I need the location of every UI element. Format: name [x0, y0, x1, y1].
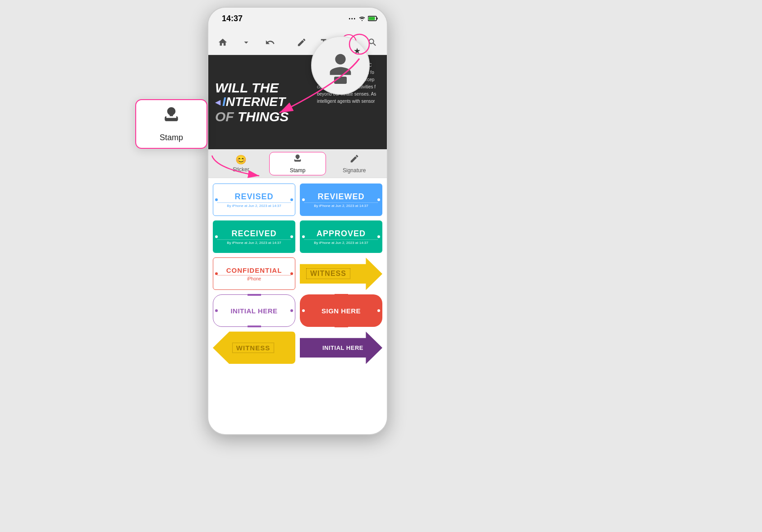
stamp-popup: Stamp — [135, 99, 207, 149]
wifi-icon — [358, 15, 366, 23]
stamp-initial-arrow[interactable]: INITIAL HERE — [300, 331, 382, 364]
stamp-revised-label: REVISED — [217, 192, 291, 203]
stamp-approved-label: APPROVED — [304, 229, 378, 240]
stamp-initial-arrow-label: INITIAL HERE — [322, 344, 363, 351]
stamp-tab-icon — [293, 154, 303, 166]
doc-title-line3: OF THINGS — [215, 109, 306, 124]
dot-left — [215, 309, 218, 312]
battery-icon — [368, 15, 378, 23]
sticker-icon: 😊 — [235, 154, 247, 165]
avatar-stamp-base — [334, 77, 347, 84]
bar-bottom — [248, 326, 261, 327]
stamp-popup-icon — [161, 105, 181, 129]
dot-right — [290, 235, 293, 238]
bar-bottom — [335, 326, 348, 327]
dot-right — [377, 309, 380, 312]
undo-button[interactable] — [262, 34, 278, 50]
chevron-down-button[interactable] — [239, 34, 254, 50]
stamp-confidential[interactable]: CONFIDENTIAL iPhone — [213, 257, 295, 290]
stamp-reviewed-label: REVIEWED — [304, 192, 378, 203]
status-time: 14:37 — [222, 14, 243, 23]
dot-left — [215, 198, 218, 201]
stamp-confidential-label: CONFIDENTIAL — [217, 266, 291, 275]
stamp-popup-label: Stamp — [160, 133, 183, 142]
tab-stamp[interactable]: Stamp — [269, 152, 326, 175]
stamp-received-label: RECEIVED — [217, 229, 291, 240]
stamp-sign-here[interactable]: SIGN HERE — [300, 294, 382, 327]
stamp-witness-left[interactable]: WITNESS — [213, 331, 295, 364]
stamp-confidential-sub: iPhone — [247, 275, 261, 281]
dot-left — [302, 198, 305, 201]
tab-bar: 😊 Sticker Stamp Signature — [208, 149, 387, 179]
star-icon: ★ — [353, 46, 361, 56]
stamps-grid: REVISED By iPhone at Jun 2, 2023 at 14:3… — [208, 178, 387, 369]
stamp-received-sub: By iPhone at Jun 2, 2023 at 14:37 — [227, 240, 281, 245]
svg-rect-1 — [377, 18, 378, 19]
stamp-revised[interactable]: REVISED By iPhone at Jun 2, 2023 at 14:3… — [213, 183, 295, 216]
stamp-reviewed-sub: By iPhone at Jun 2, 2023 at 14:37 — [314, 203, 368, 208]
avatar-icon-container: ★ — [325, 49, 356, 82]
svg-rect-2 — [369, 17, 375, 20]
dots-icon: ••• — [349, 16, 356, 21]
dot-left — [302, 309, 305, 312]
stamp-witness-left-label: WITNESS — [232, 343, 274, 353]
stamp-reviewed[interactable]: REVIEWED By iPhone at Jun 2, 2023 at 14:… — [300, 183, 382, 216]
dot-right — [377, 235, 380, 238]
dot-right — [290, 309, 293, 312]
tab-sticker-label: Sticker — [233, 166, 249, 173]
doc-title-line2: INTERNET — [222, 95, 285, 109]
dot-right — [290, 272, 293, 275]
bar-bottom — [329, 360, 339, 361]
dot-left — [215, 272, 218, 275]
tab-signature-label: Signature — [343, 167, 366, 174]
avatar-person-icon — [325, 49, 356, 80]
tab-signature[interactable]: Signature — [326, 152, 382, 175]
stamp-received[interactable]: RECEIVED By iPhone at Jun 2, 2023 at 14:… — [213, 220, 295, 253]
stamp-approved-sub: By iPhone at Jun 2, 2023 at 14:37 — [314, 240, 368, 245]
dot-left — [215, 235, 218, 238]
signature-icon — [349, 154, 359, 166]
search-button[interactable] — [365, 34, 380, 50]
status-bar: 14:37 ••• — [208, 8, 387, 30]
avatar-circle: ★ — [311, 36, 370, 95]
dot-right — [377, 198, 380, 201]
dot-left — [302, 235, 305, 238]
doc-title-line1: WILL THE — [215, 80, 306, 95]
stamp-witness-right[interactable]: WITNESS — [300, 257, 382, 290]
stamp-initial-label: INITIAL HERE — [230, 307, 277, 315]
bar-top — [329, 334, 339, 335]
stamp-approved[interactable]: APPROVED By iPhone at Jun 2, 2023 at 14:… — [300, 220, 382, 253]
stamps-scroll-area: REVISED By iPhone at Jun 2, 2023 at 14:3… — [208, 178, 387, 434]
pen-button[interactable] — [294, 34, 309, 50]
bar-top — [335, 294, 348, 296]
tab-stamp-label: Stamp — [290, 167, 306, 174]
bar-top — [248, 294, 261, 296]
stamp-witness-right-label: WITNESS — [306, 268, 350, 279]
doc-title: WILL THE ◀ INTERNET OF THINGS — [208, 55, 312, 149]
stamp-revised-sub: By iPhone at Jun 2, 2023 at 14:37 — [227, 203, 281, 208]
status-icons: ••• — [349, 15, 378, 23]
home-button[interactable] — [215, 34, 230, 50]
dot-right — [290, 198, 293, 201]
stamp-initial-pill[interactable]: INITIAL HERE — [213, 294, 295, 327]
stamp-sign-label: SIGN HERE — [321, 307, 361, 315]
tab-sticker[interactable]: 😊 Sticker — [213, 152, 269, 175]
